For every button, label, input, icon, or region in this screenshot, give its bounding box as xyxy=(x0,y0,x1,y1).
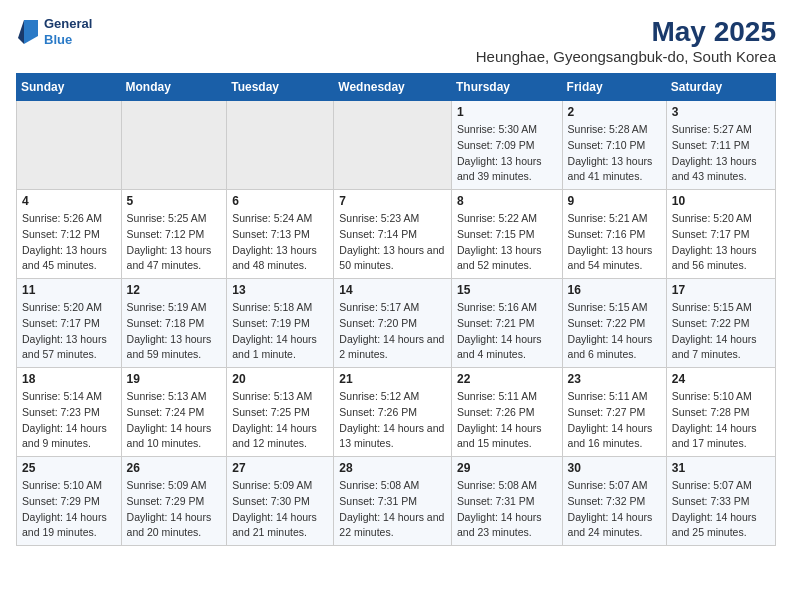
day-info: Sunrise: 5:25 AMSunset: 7:12 PMDaylight:… xyxy=(127,211,222,274)
day-info: Sunrise: 5:24 AMSunset: 7:13 PMDaylight:… xyxy=(232,211,328,274)
sunrise-text: Sunrise: 5:08 AM xyxy=(457,478,557,494)
daylight-text: Daylight: 13 hours and 52 minutes. xyxy=(457,243,557,275)
sunrise-text: Sunrise: 5:07 AM xyxy=(672,478,770,494)
sunrise-text: Sunrise: 5:13 AM xyxy=(232,389,328,405)
day-info: Sunrise: 5:22 AMSunset: 7:15 PMDaylight:… xyxy=(457,211,557,274)
sunset-text: Sunset: 7:16 PM xyxy=(568,227,661,243)
day-number: 7 xyxy=(339,194,446,208)
day-info: Sunrise: 5:12 AMSunset: 7:26 PMDaylight:… xyxy=(339,389,446,452)
calendar-cell: 23Sunrise: 5:11 AMSunset: 7:27 PMDayligh… xyxy=(562,368,666,457)
calendar-cell: 14Sunrise: 5:17 AMSunset: 7:20 PMDayligh… xyxy=(334,279,452,368)
daylight-text: Daylight: 13 hours and 59 minutes. xyxy=(127,332,222,364)
sunrise-text: Sunrise: 5:09 AM xyxy=(127,478,222,494)
sunrise-text: Sunrise: 5:07 AM xyxy=(568,478,661,494)
logo-icon xyxy=(16,18,40,46)
week-row-3: 11Sunrise: 5:20 AMSunset: 7:17 PMDayligh… xyxy=(17,279,776,368)
calendar-cell: 28Sunrise: 5:08 AMSunset: 7:31 PMDayligh… xyxy=(334,457,452,546)
sunset-text: Sunset: 7:27 PM xyxy=(568,405,661,421)
day-number: 24 xyxy=(672,372,770,386)
day-number: 27 xyxy=(232,461,328,475)
calendar-cell: 10Sunrise: 5:20 AMSunset: 7:17 PMDayligh… xyxy=(666,190,775,279)
col-header-saturday: Saturday xyxy=(666,74,775,101)
day-number: 20 xyxy=(232,372,328,386)
daylight-text: Daylight: 14 hours and 20 minutes. xyxy=(127,510,222,542)
day-number: 4 xyxy=(22,194,116,208)
day-info: Sunrise: 5:15 AMSunset: 7:22 PMDaylight:… xyxy=(568,300,661,363)
sunrise-text: Sunrise: 5:30 AM xyxy=(457,122,557,138)
sunrise-text: Sunrise: 5:28 AM xyxy=(568,122,661,138)
calendar-cell: 9Sunrise: 5:21 AMSunset: 7:16 PMDaylight… xyxy=(562,190,666,279)
sunset-text: Sunset: 7:32 PM xyxy=(568,494,661,510)
sunset-text: Sunset: 7:10 PM xyxy=(568,138,661,154)
sunrise-text: Sunrise: 5:10 AM xyxy=(672,389,770,405)
title-section: May 2025 Heunghae, Gyeongsangbuk-do, Sou… xyxy=(476,16,776,65)
sunset-text: Sunset: 7:17 PM xyxy=(672,227,770,243)
day-info: Sunrise: 5:16 AMSunset: 7:21 PMDaylight:… xyxy=(457,300,557,363)
day-number: 29 xyxy=(457,461,557,475)
col-header-monday: Monday xyxy=(121,74,227,101)
daylight-text: Daylight: 14 hours and 15 minutes. xyxy=(457,421,557,453)
sunrise-text: Sunrise: 5:11 AM xyxy=(457,389,557,405)
sunrise-text: Sunrise: 5:15 AM xyxy=(672,300,770,316)
week-row-1: 1Sunrise: 5:30 AMSunset: 7:09 PMDaylight… xyxy=(17,101,776,190)
daylight-text: Daylight: 14 hours and 21 minutes. xyxy=(232,510,328,542)
sunset-text: Sunset: 7:14 PM xyxy=(339,227,446,243)
day-number: 8 xyxy=(457,194,557,208)
col-header-wednesday: Wednesday xyxy=(334,74,452,101)
sunset-text: Sunset: 7:22 PM xyxy=(672,316,770,332)
page-header: General Blue May 2025 Heunghae, Gyeongsa… xyxy=(16,16,776,65)
calendar-cell: 5Sunrise: 5:25 AMSunset: 7:12 PMDaylight… xyxy=(121,190,227,279)
calendar-cell: 1Sunrise: 5:30 AMSunset: 7:09 PMDaylight… xyxy=(451,101,562,190)
calendar-cell: 21Sunrise: 5:12 AMSunset: 7:26 PMDayligh… xyxy=(334,368,452,457)
day-info: Sunrise: 5:26 AMSunset: 7:12 PMDaylight:… xyxy=(22,211,116,274)
main-title: May 2025 xyxy=(476,16,776,48)
daylight-text: Daylight: 14 hours and 19 minutes. xyxy=(22,510,116,542)
daylight-text: Daylight: 14 hours and 17 minutes. xyxy=(672,421,770,453)
calendar-table: SundayMondayTuesdayWednesdayThursdayFrid… xyxy=(16,73,776,546)
daylight-text: Daylight: 14 hours and 24 minutes. xyxy=(568,510,661,542)
day-info: Sunrise: 5:11 AMSunset: 7:26 PMDaylight:… xyxy=(457,389,557,452)
calendar-cell xyxy=(334,101,452,190)
logo-text: General Blue xyxy=(44,16,92,47)
calendar-cell: 24Sunrise: 5:10 AMSunset: 7:28 PMDayligh… xyxy=(666,368,775,457)
col-header-thursday: Thursday xyxy=(451,74,562,101)
daylight-text: Daylight: 13 hours and 45 minutes. xyxy=(22,243,116,275)
sunset-text: Sunset: 7:23 PM xyxy=(22,405,116,421)
sunrise-text: Sunrise: 5:25 AM xyxy=(127,211,222,227)
day-info: Sunrise: 5:21 AMSunset: 7:16 PMDaylight:… xyxy=(568,211,661,274)
day-number: 28 xyxy=(339,461,446,475)
day-info: Sunrise: 5:28 AMSunset: 7:10 PMDaylight:… xyxy=(568,122,661,185)
daylight-text: Daylight: 14 hours and 9 minutes. xyxy=(22,421,116,453)
day-info: Sunrise: 5:15 AMSunset: 7:22 PMDaylight:… xyxy=(672,300,770,363)
sunset-text: Sunset: 7:19 PM xyxy=(232,316,328,332)
day-number: 11 xyxy=(22,283,116,297)
calendar-cell: 13Sunrise: 5:18 AMSunset: 7:19 PMDayligh… xyxy=(227,279,334,368)
daylight-text: Daylight: 14 hours and 10 minutes. xyxy=(127,421,222,453)
sunset-text: Sunset: 7:26 PM xyxy=(339,405,446,421)
calendar-cell: 15Sunrise: 5:16 AMSunset: 7:21 PMDayligh… xyxy=(451,279,562,368)
day-info: Sunrise: 5:23 AMSunset: 7:14 PMDaylight:… xyxy=(339,211,446,274)
sunrise-text: Sunrise: 5:11 AM xyxy=(568,389,661,405)
calendar-cell: 6Sunrise: 5:24 AMSunset: 7:13 PMDaylight… xyxy=(227,190,334,279)
calendar-cell: 8Sunrise: 5:22 AMSunset: 7:15 PMDaylight… xyxy=(451,190,562,279)
day-number: 22 xyxy=(457,372,557,386)
sunset-text: Sunset: 7:31 PM xyxy=(457,494,557,510)
sunset-text: Sunset: 7:20 PM xyxy=(339,316,446,332)
daylight-text: Daylight: 14 hours and 22 minutes. xyxy=(339,510,446,542)
calendar-cell xyxy=(17,101,122,190)
week-row-2: 4Sunrise: 5:26 AMSunset: 7:12 PMDaylight… xyxy=(17,190,776,279)
day-info: Sunrise: 5:30 AMSunset: 7:09 PMDaylight:… xyxy=(457,122,557,185)
calendar-cell: 31Sunrise: 5:07 AMSunset: 7:33 PMDayligh… xyxy=(666,457,775,546)
daylight-text: Daylight: 14 hours and 4 minutes. xyxy=(457,332,557,364)
day-info: Sunrise: 5:08 AMSunset: 7:31 PMDaylight:… xyxy=(457,478,557,541)
day-info: Sunrise: 5:17 AMSunset: 7:20 PMDaylight:… xyxy=(339,300,446,363)
sunset-text: Sunset: 7:29 PM xyxy=(22,494,116,510)
calendar-cell xyxy=(121,101,227,190)
col-header-tuesday: Tuesday xyxy=(227,74,334,101)
sunset-text: Sunset: 7:12 PM xyxy=(127,227,222,243)
sunrise-text: Sunrise: 5:26 AM xyxy=(22,211,116,227)
sunset-text: Sunset: 7:18 PM xyxy=(127,316,222,332)
sunset-text: Sunset: 7:28 PM xyxy=(672,405,770,421)
sunset-text: Sunset: 7:25 PM xyxy=(232,405,328,421)
day-info: Sunrise: 5:07 AMSunset: 7:33 PMDaylight:… xyxy=(672,478,770,541)
